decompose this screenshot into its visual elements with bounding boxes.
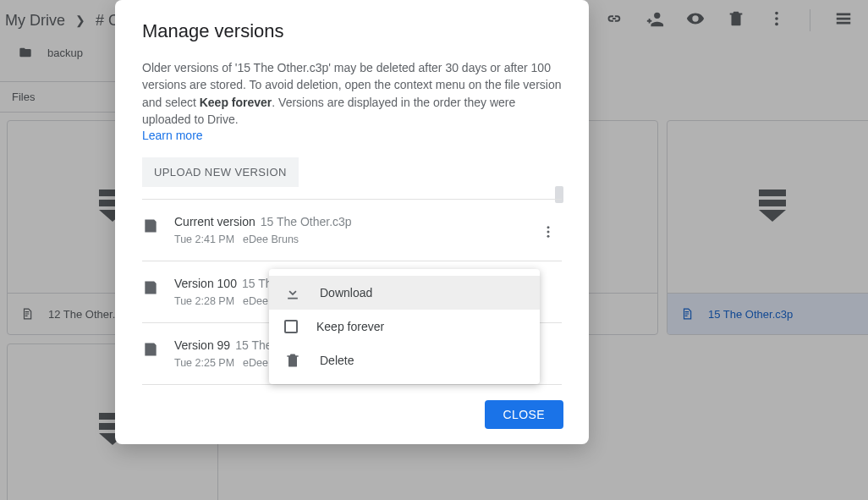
- version-more-button[interactable]: [535, 218, 562, 245]
- menu-label: Delete: [320, 354, 354, 367]
- close-button[interactable]: CLOSE: [485, 400, 563, 429]
- svg-point-3: [547, 226, 550, 228]
- version-filename: 15 The: [235, 338, 272, 352]
- download-icon: [284, 284, 301, 301]
- dialog-description: Older versions of '15 The Other.c3p' may…: [115, 59, 589, 128]
- learn-more-link[interactable]: Learn more: [115, 128, 589, 142]
- file-icon: [142, 278, 159, 297]
- menu-label: Keep forever: [316, 320, 384, 333]
- svg-point-4: [547, 231, 550, 234]
- upload-new-version-button[interactable]: UPLOAD NEW VERSION: [142, 157, 299, 187]
- version-filename: 15 The Other.c3p: [261, 215, 352, 228]
- file-icon: [142, 340, 159, 359]
- checkbox-icon: [284, 320, 298, 333]
- file-icon: [142, 217, 159, 235]
- svg-point-5: [547, 235, 550, 238]
- version-time: Tue 2:28 PM: [174, 295, 234, 307]
- dialog-title: Manage versions: [115, 20, 589, 59]
- version-label: Current version: [174, 215, 255, 228]
- version-context-menu: Download Keep forever Delete: [269, 269, 540, 384]
- version-time: Tue 2:25 PM: [174, 357, 234, 369]
- version-author: eDee Bruns: [243, 234, 299, 245]
- more-vert-icon: [541, 224, 556, 239]
- version-label: Version 99: [174, 338, 230, 352]
- trash-icon: [284, 352, 301, 369]
- menu-item-keep-forever[interactable]: Keep forever: [269, 310, 540, 343]
- dialog-desc-bold: Keep forever: [200, 96, 272, 109]
- menu-item-delete[interactable]: Delete: [269, 343, 540, 377]
- version-label: Version 100: [174, 277, 237, 290]
- version-time: Tue 2:41 PM: [174, 234, 234, 245]
- menu-item-download[interactable]: Download: [269, 276, 540, 310]
- version-row: Current version15 The Other.c3p Tue 2:41…: [142, 200, 562, 261]
- menu-label: Download: [320, 286, 372, 299]
